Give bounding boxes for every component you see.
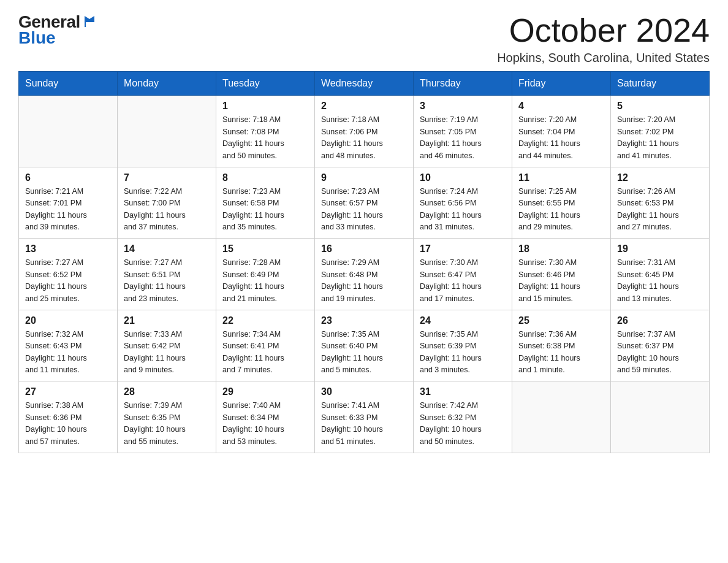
day-number: 26 [617,315,703,326]
day-number: 3 [420,101,506,112]
day-info: Sunrise: 7:33 AM Sunset: 6:42 PM Dayligh… [124,329,210,377]
calendar-cell: 9Sunrise: 7:23 AM Sunset: 6:57 PM Daylig… [315,167,414,239]
day-number: 9 [321,172,407,183]
day-info: Sunrise: 7:19 AM Sunset: 7:05 PM Dayligh… [420,114,506,162]
calendar-week-row: 1Sunrise: 7:18 AM Sunset: 7:08 PM Daylig… [19,96,710,167]
day-number: 29 [222,386,308,397]
calendar-cell: 30Sunrise: 7:41 AM Sunset: 6:33 PM Dayli… [315,381,414,453]
day-info: Sunrise: 7:31 AM Sunset: 6:45 PM Dayligh… [617,257,703,305]
calendar-cell: 8Sunrise: 7:23 AM Sunset: 6:58 PM Daylig… [216,167,315,239]
calendar-cell: 17Sunrise: 7:30 AM Sunset: 6:47 PM Dayli… [414,239,512,310]
calendar-cell: 16Sunrise: 7:29 AM Sunset: 6:48 PM Dayli… [315,239,414,310]
day-number: 8 [222,172,308,183]
calendar-cell: 29Sunrise: 7:40 AM Sunset: 6:34 PM Dayli… [216,381,315,453]
calendar-cell: 13Sunrise: 7:27 AM Sunset: 6:52 PM Dayli… [19,239,118,310]
day-number: 16 [321,243,407,255]
day-info: Sunrise: 7:27 AM Sunset: 6:52 PM Dayligh… [25,257,111,305]
logo: General Blue [18,12,97,48]
calendar-cell [611,381,710,453]
calendar-day-header: Friday [512,72,611,96]
calendar-cell: 21Sunrise: 7:33 AM Sunset: 6:42 PM Dayli… [118,310,216,381]
day-info: Sunrise: 7:29 AM Sunset: 6:48 PM Dayligh… [321,257,407,305]
day-info: Sunrise: 7:20 AM Sunset: 7:04 PM Dayligh… [518,114,604,162]
day-number: 4 [518,101,604,112]
day-info: Sunrise: 7:22 AM Sunset: 7:00 PM Dayligh… [124,186,210,234]
month-title: October 2024 [497,12,710,48]
calendar-cell: 10Sunrise: 7:24 AM Sunset: 6:56 PM Dayli… [414,167,512,239]
day-number: 15 [222,243,308,255]
day-info: Sunrise: 7:39 AM Sunset: 6:35 PM Dayligh… [124,400,210,448]
day-number: 6 [25,172,111,183]
calendar-cell: 4Sunrise: 7:20 AM Sunset: 7:04 PM Daylig… [512,96,611,167]
day-info: Sunrise: 7:38 AM Sunset: 6:36 PM Dayligh… [25,400,111,448]
calendar-week-row: 13Sunrise: 7:27 AM Sunset: 6:52 PM Dayli… [19,239,710,310]
calendar-cell: 26Sunrise: 7:37 AM Sunset: 6:37 PM Dayli… [611,310,710,381]
calendar-cell: 24Sunrise: 7:35 AM Sunset: 6:39 PM Dayli… [414,310,512,381]
day-number: 5 [617,101,703,112]
calendar-cell: 22Sunrise: 7:34 AM Sunset: 6:41 PM Dayli… [216,310,315,381]
day-number: 21 [124,315,210,326]
calendar-day-header: Wednesday [315,72,414,96]
calendar-cell: 5Sunrise: 7:20 AM Sunset: 7:02 PM Daylig… [611,96,710,167]
calendar-day-header: Saturday [611,72,710,96]
calendar-header-row: SundayMondayTuesdayWednesdayThursdayFrid… [19,72,710,96]
calendar-cell: 3Sunrise: 7:19 AM Sunset: 7:05 PM Daylig… [414,96,512,167]
day-number: 14 [124,243,210,255]
calendar-cell [118,96,216,167]
day-info: Sunrise: 7:23 AM Sunset: 6:57 PM Dayligh… [321,186,407,234]
day-number: 24 [420,315,506,326]
calendar-day-header: Sunday [19,72,118,96]
day-number: 31 [420,386,506,397]
day-info: Sunrise: 7:35 AM Sunset: 6:39 PM Dayligh… [420,329,506,377]
day-number: 25 [518,315,604,326]
calendar-cell: 28Sunrise: 7:39 AM Sunset: 6:35 PM Dayli… [118,381,216,453]
calendar-cell: 1Sunrise: 7:18 AM Sunset: 7:08 PM Daylig… [216,96,315,167]
day-info: Sunrise: 7:32 AM Sunset: 6:43 PM Dayligh… [25,329,111,377]
calendar-cell: 15Sunrise: 7:28 AM Sunset: 6:49 PM Dayli… [216,239,315,310]
day-number: 1 [222,101,308,112]
day-number: 13 [25,243,111,255]
day-info: Sunrise: 7:30 AM Sunset: 6:46 PM Dayligh… [518,257,604,305]
calendar-cell: 27Sunrise: 7:38 AM Sunset: 6:36 PM Dayli… [19,381,118,453]
calendar-cell: 11Sunrise: 7:25 AM Sunset: 6:55 PM Dayli… [512,167,611,239]
location-text: Hopkins, South Carolina, United States [497,51,710,65]
calendar-week-row: 27Sunrise: 7:38 AM Sunset: 6:36 PM Dayli… [19,381,710,453]
day-info: Sunrise: 7:21 AM Sunset: 7:01 PM Dayligh… [25,186,111,234]
calendar-week-row: 20Sunrise: 7:32 AM Sunset: 6:43 PM Dayli… [19,310,710,381]
calendar-cell: 2Sunrise: 7:18 AM Sunset: 7:06 PM Daylig… [315,96,414,167]
page-header: General Blue October 2024 Hopkins, South… [18,12,710,65]
day-info: Sunrise: 7:36 AM Sunset: 6:38 PM Dayligh… [518,329,604,377]
calendar-cell [512,381,611,453]
calendar-table: SundayMondayTuesdayWednesdayThursdayFrid… [18,71,710,453]
day-info: Sunrise: 7:42 AM Sunset: 6:32 PM Dayligh… [420,400,506,448]
day-info: Sunrise: 7:23 AM Sunset: 6:58 PM Dayligh… [222,186,308,234]
calendar-cell: 20Sunrise: 7:32 AM Sunset: 6:43 PM Dayli… [19,310,118,381]
calendar-cell: 31Sunrise: 7:42 AM Sunset: 6:32 PM Dayli… [414,381,512,453]
calendar-cell: 14Sunrise: 7:27 AM Sunset: 6:51 PM Dayli… [118,239,216,310]
day-info: Sunrise: 7:35 AM Sunset: 6:40 PM Dayligh… [321,329,407,377]
calendar-day-header: Monday [118,72,216,96]
calendar-day-header: Tuesday [216,72,315,96]
day-number: 2 [321,101,407,112]
calendar-cell: 6Sunrise: 7:21 AM Sunset: 7:01 PM Daylig… [19,167,118,239]
calendar-cell: 25Sunrise: 7:36 AM Sunset: 6:38 PM Dayli… [512,310,611,381]
day-info: Sunrise: 7:28 AM Sunset: 6:49 PM Dayligh… [222,257,308,305]
day-number: 17 [420,243,506,255]
header-right: October 2024 Hopkins, South Carolina, Un… [497,12,710,65]
day-info: Sunrise: 7:37 AM Sunset: 6:37 PM Dayligh… [617,329,703,377]
day-info: Sunrise: 7:41 AM Sunset: 6:33 PM Dayligh… [321,400,407,448]
calendar-cell: 19Sunrise: 7:31 AM Sunset: 6:45 PM Dayli… [611,239,710,310]
calendar-cell [19,96,118,167]
calendar-day-header: Thursday [414,72,512,96]
day-number: 22 [222,315,308,326]
day-number: 19 [617,243,703,255]
day-info: Sunrise: 7:34 AM Sunset: 6:41 PM Dayligh… [222,329,308,377]
svg-rect-2 [85,22,86,27]
day-number: 18 [518,243,604,255]
logo-flag-icon [82,13,97,31]
day-number: 27 [25,386,111,397]
logo-blue-text: Blue [18,28,56,48]
calendar-cell: 7Sunrise: 7:22 AM Sunset: 7:00 PM Daylig… [118,167,216,239]
day-info: Sunrise: 7:20 AM Sunset: 7:02 PM Dayligh… [617,114,703,162]
calendar-cell: 18Sunrise: 7:30 AM Sunset: 6:46 PM Dayli… [512,239,611,310]
